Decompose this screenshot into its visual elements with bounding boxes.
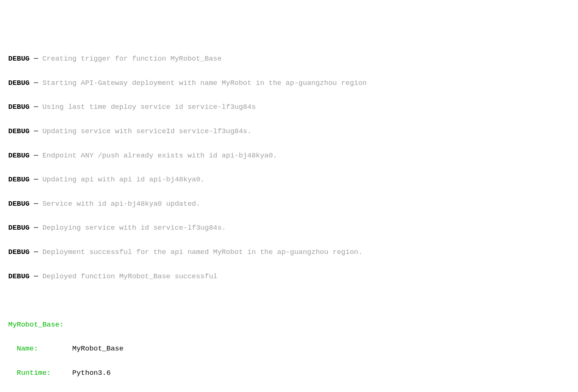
debug-message: Endpoint ANY /push already exists with i… xyxy=(42,151,277,160)
debug-line: DEBUG ─ Updating api with api id api-bj4… xyxy=(8,174,570,186)
debug-tag: DEBUG ─ xyxy=(8,103,42,111)
blank-line xyxy=(8,294,570,306)
debug-line: DEBUG ─ Using last time deploy service i… xyxy=(8,101,570,113)
output-header: MyRobot_Base: xyxy=(8,319,570,331)
debug-line: DEBUG ─ Service with id api-bj48kya0 upd… xyxy=(8,198,570,210)
debug-tag: DEBUG ─ xyxy=(8,272,42,281)
output-runtime: Runtime: Python3.6 xyxy=(8,367,570,379)
debug-line: DEBUG ─ Starting API-Gateway deployment … xyxy=(8,77,570,89)
debug-tag: DEBUG ─ xyxy=(8,175,42,184)
debug-line: DEBUG ─ Endpoint ANY /push already exist… xyxy=(8,150,570,162)
debug-tag: DEBUG ─ xyxy=(8,127,42,135)
debug-line: DEBUG ─ Updating service with serviceId … xyxy=(8,125,570,137)
debug-message: Creating trigger for function MyRobot_Ba… xyxy=(42,55,222,63)
debug-line: DEBUG ─ Deployment successful for the ap… xyxy=(8,246,570,258)
debug-message: Deployed function MyRobot_Base successfu… xyxy=(42,272,217,281)
debug-line: DEBUG ─ Deployed function MyRobot_Base s… xyxy=(8,270,570,282)
debug-tag: DEBUG ─ xyxy=(8,200,42,208)
debug-message: Starting API-Gateway deployment with nam… xyxy=(42,79,367,87)
debug-tag: DEBUG ─ xyxy=(8,248,42,256)
debug-line: DEBUG ─ Creating trigger for function My… xyxy=(8,53,570,65)
debug-message: Deploying service with id service-lf3ug8… xyxy=(42,224,226,232)
output-name: Name: MyRobot_Base xyxy=(8,343,570,355)
debug-line: DEBUG ─ Deploying service with id servic… xyxy=(8,222,570,234)
debug-tag: DEBUG ─ xyxy=(8,55,42,63)
debug-message: Updating service with serviceId service-… xyxy=(42,127,252,135)
debug-tag: DEBUG ─ xyxy=(8,79,42,87)
debug-message: Updating api with api id api-bj48kya0. xyxy=(42,175,204,184)
debug-message: Service with id api-bj48kya0 updated. xyxy=(42,200,200,208)
debug-tag: DEBUG ─ xyxy=(8,224,42,232)
debug-message: Using last time deploy service id servic… xyxy=(42,103,256,111)
debug-message: Deployment successful for the api named … xyxy=(42,248,362,256)
debug-tag: DEBUG ─ xyxy=(8,151,42,160)
